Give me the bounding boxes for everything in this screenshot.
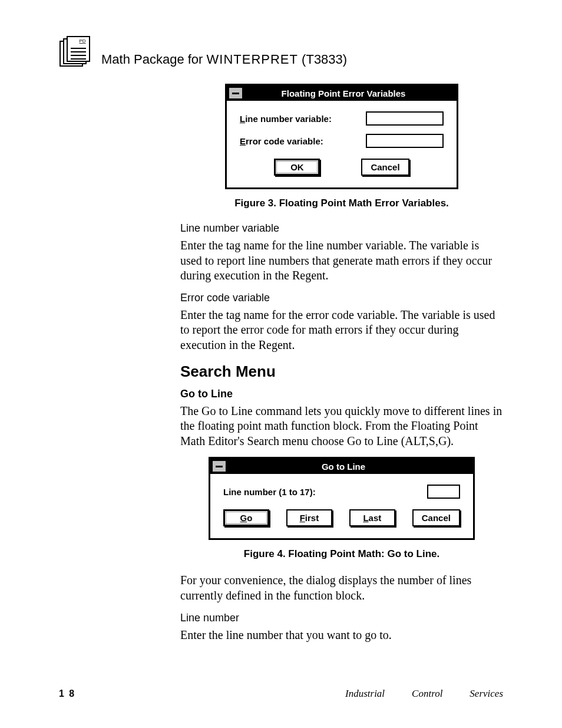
dialog-title: Go to Line xyxy=(228,462,473,472)
go-to-line-text: The Go to Line command lets you quickly … xyxy=(180,404,503,449)
line-number-input[interactable] xyxy=(427,485,460,499)
page-footer: 1 8 Industrial Control Services xyxy=(59,688,503,700)
footer-word-3: Services xyxy=(470,688,503,700)
line-number-text: Enter the line number that you want to g… xyxy=(180,628,503,643)
line-number-heading: Line number xyxy=(180,612,503,624)
go-to-line-text-span: The Go to Line command lets you quickly … xyxy=(180,404,502,447)
line-number-variable-text: Enter the tag name for the line number v… xyxy=(180,238,503,284)
dialog-title: Floating Point Error Variables xyxy=(244,88,457,98)
header-product: WINTERPRET xyxy=(207,52,298,67)
dialog-body: Line number (1 to 17): Go First Last Can… xyxy=(210,474,473,538)
header-prefix: Math Package for xyxy=(101,52,207,67)
content-column: Floating Point Error Variables Line numb… xyxy=(180,84,503,643)
line-number-var-input[interactable] xyxy=(366,111,444,126)
error-code-var-row: Error code variable: xyxy=(240,134,444,148)
svg-text:PD: PD xyxy=(79,38,85,44)
footer-word-2: Control xyxy=(412,688,442,700)
document-stack-icon: PD xyxy=(59,35,91,67)
line-number-var-label: Line number variable: xyxy=(240,114,332,124)
fp-error-vars-dialog: Floating Point Error Variables Line numb… xyxy=(225,84,458,189)
footer-right: Industrial Control Services xyxy=(345,688,503,700)
line-number-row: Line number (1 to 17): xyxy=(223,485,460,499)
go-button[interactable]: Go xyxy=(223,509,269,526)
error-code-variable-text: Enter the tag name for the error code va… xyxy=(180,308,503,353)
last-button[interactable]: Last xyxy=(349,509,395,526)
cancel-button[interactable]: Cancel xyxy=(412,509,460,526)
dialog-titlebar: Floating Point Error Variables xyxy=(227,85,457,101)
system-menu-icon[interactable] xyxy=(212,460,226,472)
search-menu-heading: Search Menu xyxy=(180,363,503,381)
footer-word-1: Industrial xyxy=(345,688,385,700)
go-to-line-shortcut: (ALT,S,G). xyxy=(401,434,454,447)
go-to-line-subheading: Go to Line xyxy=(180,388,503,400)
error-code-variable-heading: Error code variable xyxy=(180,292,503,304)
line-number-variable-heading: Line number variable xyxy=(180,222,503,235)
system-menu-icon[interactable] xyxy=(229,87,243,99)
running-header: Math Package for WINTERPRET (T3833) xyxy=(101,52,347,67)
figure-4-caption: Figure 4. Floating Point Math: Go to Lin… xyxy=(180,548,503,560)
line-number-var-row: Line number variable: xyxy=(240,111,444,126)
first-button[interactable]: First xyxy=(286,509,332,526)
dialog-titlebar: Go to Line xyxy=(210,459,473,474)
header-suffix: (T3833) xyxy=(298,52,347,67)
convenience-text: For your convenience, the dialog display… xyxy=(180,573,503,603)
line-number-label: Line number (1 to 17): xyxy=(223,487,316,497)
page: PD Math Package for WINTERPRET (T3833) F… xyxy=(0,0,562,728)
dialog-button-row: Go First Last Cancel xyxy=(223,509,460,526)
dialog-button-row: OK Cancel xyxy=(240,159,444,176)
error-code-var-label: Error code variable: xyxy=(240,136,323,146)
page-number: 1 8 xyxy=(59,689,75,699)
error-code-var-input[interactable] xyxy=(366,134,444,148)
cancel-button[interactable]: Cancel xyxy=(361,159,409,176)
go-to-line-dialog: Go to Line Line number (1 to 17): Go Fir… xyxy=(209,457,475,540)
dialog-body: Line number variable: Error code variabl… xyxy=(227,101,457,187)
figure-3-caption: Figure 3. Floating Point Math Error Vari… xyxy=(180,197,503,209)
ok-button[interactable]: OK xyxy=(274,159,320,176)
page-header: PD Math Package for WINTERPRET (T3833) xyxy=(59,35,503,67)
